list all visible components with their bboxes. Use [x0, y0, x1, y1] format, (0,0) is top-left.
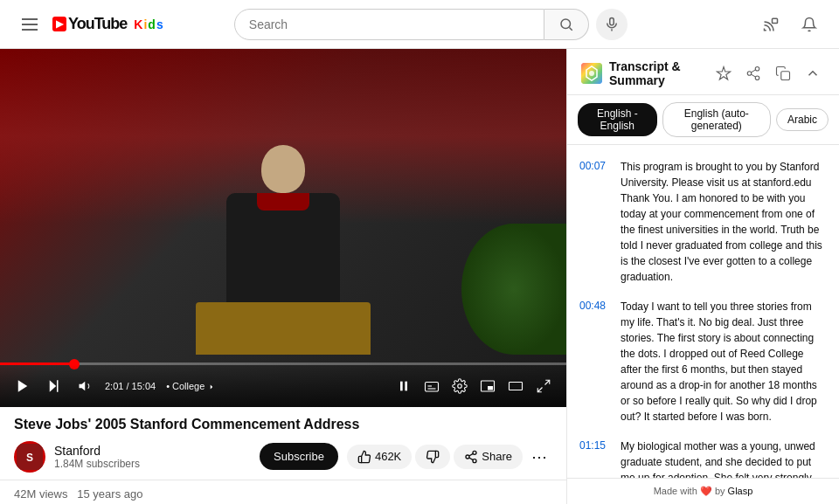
- time-display: 2:01 / 15:04: [105, 381, 156, 391]
- video-player[interactable]: 2:01 / 15:04 • College: [0, 49, 566, 407]
- transcript-footer: Made with ❤️ by Glasp: [567, 478, 839, 504]
- volume-button[interactable]: [73, 374, 98, 398]
- channel-name[interactable]: Stanford: [54, 444, 251, 458]
- entry-time-0: 00:07: [579, 159, 610, 285]
- video-meta: 42M views 15 years ago: [0, 480, 566, 504]
- cast-icon: [763, 17, 779, 32]
- transcript-title: Transcript & Summary: [609, 59, 711, 87]
- pause-icon: [397, 379, 411, 393]
- more-options-button[interactable]: ⋯: [526, 442, 552, 472]
- search-input[interactable]: [249, 17, 530, 31]
- pause-button[interactable]: [392, 374, 416, 398]
- svg-rect-2: [610, 17, 614, 24]
- tab-english-auto[interactable]: English (auto-generated): [662, 102, 771, 137]
- yt-icon: ▶: [52, 17, 66, 31]
- hamburger-menu-button[interactable]: [14, 9, 45, 40]
- yt-text: YouTube: [68, 15, 127, 33]
- search-area: [234, 9, 628, 40]
- header-left: ▶ YouTube Kids: [14, 9, 163, 40]
- volume-icon: [78, 378, 94, 394]
- transcript-logo: Transcript & Summary: [581, 59, 711, 87]
- share-transcript-button[interactable]: [741, 61, 766, 86]
- miniplayer-button[interactable]: [475, 374, 500, 398]
- svg-line-34: [751, 70, 755, 72]
- header-right: [755, 9, 825, 40]
- subtitles-button[interactable]: [420, 374, 444, 398]
- theater-button[interactable]: [503, 374, 528, 398]
- svg-point-24: [466, 455, 469, 459]
- copy-button[interactable]: [771, 61, 795, 86]
- language-tabs: English - English English (auto-generate…: [567, 95, 839, 145]
- youtube-logo[interactable]: ▶ YouTube: [52, 15, 127, 33]
- chevron-right-icon: [207, 383, 216, 391]
- svg-line-27: [469, 453, 474, 456]
- controls-right: [392, 374, 556, 398]
- svg-marker-8: [80, 382, 86, 391]
- ai-button[interactable]: [711, 61, 736, 86]
- channel-avatar[interactable]: S: [14, 441, 45, 473]
- tab-english-english[interactable]: English - English: [578, 103, 657, 136]
- transcript-entry-2[interactable]: 01:15 My biological mother was a young, …: [567, 432, 839, 478]
- transcript-header: Transcript & Summary: [567, 49, 839, 95]
- settings-button[interactable]: [447, 374, 472, 398]
- fullscreen-icon: [536, 378, 551, 394]
- next-icon: [46, 378, 62, 394]
- green-foliage: [461, 224, 566, 355]
- thumbs-up-icon: [357, 450, 371, 464]
- heart-icon: ❤️: [700, 486, 712, 496]
- transcript-entries: 00:07 This program is brought to you by …: [567, 145, 839, 478]
- cast-button[interactable]: [755, 9, 787, 40]
- hamburger-icon: [22, 18, 38, 31]
- microphone-button[interactable]: [596, 9, 628, 40]
- thumbs-down-icon: [426, 450, 440, 464]
- transcript-entry-1[interactable]: 00:48 Today I want to tell you three sto…: [567, 292, 839, 432]
- channel-subs: 1.84M subscribers: [54, 458, 251, 470]
- play-button[interactable]: [10, 374, 35, 398]
- miniplayer-icon: [480, 378, 496, 394]
- dislike-button[interactable]: [415, 445, 450, 469]
- svg-point-31: [747, 72, 752, 76]
- notification-button[interactable]: [794, 9, 825, 40]
- chapter-label: • College: [166, 381, 216, 391]
- svg-line-33: [751, 74, 755, 77]
- svg-rect-10: [400, 382, 403, 391]
- channel-info: Stanford 1.84M subscribers: [54, 444, 251, 470]
- video-section: 2:01 / 15:04 • College: [0, 49, 566, 504]
- transcript-actions: [711, 61, 825, 86]
- transcript-entry-0[interactable]: 00:07 This program is brought to you by …: [567, 152, 839, 292]
- video-age: 15 years ago: [77, 487, 142, 501]
- current-time: 2:01: [105, 381, 123, 391]
- glasp-logo-icon: [581, 63, 602, 84]
- svg-rect-18: [510, 383, 523, 390]
- theater-icon: [508, 378, 524, 394]
- collapse-button[interactable]: [801, 61, 825, 86]
- like-button[interactable]: 462K: [347, 445, 412, 469]
- svg-line-20: [537, 388, 542, 392]
- glasp-link[interactable]: Glasp: [728, 486, 753, 496]
- svg-point-30: [755, 67, 759, 72]
- tab-arabic[interactable]: Arabic: [776, 108, 829, 131]
- podium: [196, 302, 371, 355]
- chevron-up-icon: [805, 66, 821, 81]
- svg-point-32: [755, 76, 759, 80]
- view-count: 42M views: [14, 487, 67, 501]
- channel-row: S Stanford 1.84M subscribers Subscribe 4…: [14, 441, 552, 473]
- share-label: Share: [482, 450, 512, 463]
- stanford-logo: S: [17, 444, 43, 470]
- svg-point-0: [561, 19, 571, 29]
- share-transcript-icon: [745, 66, 761, 81]
- search-button[interactable]: [544, 9, 589, 40]
- next-button[interactable]: [42, 374, 66, 398]
- total-time: 15:04: [132, 381, 156, 391]
- speaker-head: [261, 145, 305, 193]
- action-buttons: 462K Share: [347, 442, 552, 472]
- svg-point-29: [589, 71, 594, 76]
- video-title: Steve Jobs' 2005 Stanford Commencement A…: [14, 416, 552, 434]
- share-button[interactable]: Share: [454, 445, 523, 469]
- subscribe-button[interactable]: Subscribe: [260, 443, 338, 470]
- fullscreen-button[interactable]: [531, 374, 556, 398]
- svg-marker-6: [50, 380, 57, 392]
- video-controls: 2:01 / 15:04 • College: [0, 365, 566, 407]
- entry-text-1: Today I want to tell you three stories f…: [621, 299, 827, 425]
- kids-logo[interactable]: Kids: [134, 17, 163, 31]
